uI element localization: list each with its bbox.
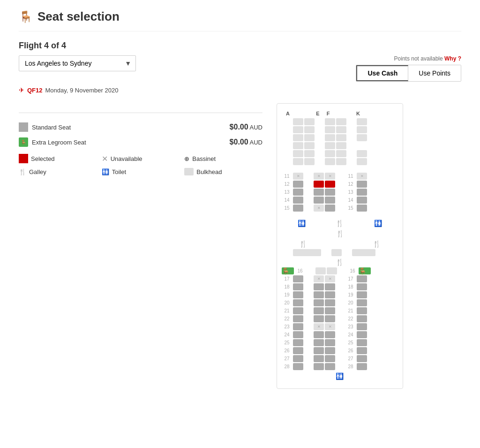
- seat-20e[interactable]: [314, 299, 324, 306]
- seat-b2f[interactable]: [336, 126, 346, 133]
- seat-b3f[interactable]: [336, 134, 346, 141]
- seat-13f[interactable]: [325, 189, 335, 196]
- seat-12a[interactable]: [293, 181, 303, 188]
- seat-b6k[interactable]: [357, 158, 367, 165]
- seat-24f[interactable]: [325, 331, 335, 338]
- seat-26k[interactable]: [357, 347, 367, 354]
- seat-25f[interactable]: [325, 339, 335, 346]
- seat-25a[interactable]: [293, 339, 303, 346]
- seat-27f[interactable]: [325, 355, 335, 362]
- seat-21e[interactable]: [314, 307, 324, 314]
- seat-b3a[interactable]: [293, 134, 303, 141]
- route-select[interactable]: Los Angeles to Sydney: [19, 55, 136, 71]
- seat-28a[interactable]: [293, 363, 303, 370]
- seat-b2a[interactable]: [293, 126, 303, 133]
- seat-21a[interactable]: [293, 307, 303, 314]
- seat-19k[interactable]: [357, 291, 367, 298]
- seat-13k[interactable]: [357, 189, 367, 196]
- seat-21f[interactable]: [325, 307, 335, 314]
- seat-14a[interactable]: [293, 197, 303, 204]
- seat-b5k[interactable]: [357, 150, 367, 157]
- seat-15a[interactable]: [293, 205, 303, 212]
- seat-b1b[interactable]: [304, 118, 315, 125]
- seat-23k[interactable]: [357, 323, 367, 330]
- seat-b6a[interactable]: [293, 158, 303, 165]
- seat-b5e[interactable]: [325, 150, 335, 157]
- seat-11a[interactable]: ✕: [293, 173, 303, 180]
- seat-23f[interactable]: ✕: [325, 323, 335, 330]
- seat-16f[interactable]: [327, 267, 337, 274]
- seat-14e[interactable]: [314, 197, 324, 204]
- seat-20k[interactable]: [357, 299, 367, 306]
- seat-26a[interactable]: [293, 347, 303, 354]
- seat-28k[interactable]: [357, 363, 367, 370]
- seat-11e[interactable]: ✕: [314, 173, 324, 180]
- seat-25e[interactable]: [314, 339, 324, 346]
- seat-b1k[interactable]: [357, 118, 367, 125]
- seat-15f[interactable]: [325, 205, 335, 212]
- seat-23a[interactable]: [293, 323, 303, 330]
- use-points-button[interactable]: Use Points: [408, 65, 461, 81]
- seat-17f[interactable]: ✕: [325, 275, 335, 282]
- seat-12k[interactable]: [357, 181, 367, 188]
- seat-22k[interactable]: [357, 315, 367, 322]
- seat-12f[interactable]: [325, 181, 335, 188]
- seat-16k-extra[interactable]: 🪑: [359, 267, 371, 274]
- seat-14k[interactable]: [357, 197, 367, 204]
- seat-23e[interactable]: ✕: [314, 323, 324, 330]
- seat-24e[interactable]: [314, 331, 324, 338]
- seat-14f[interactable]: [325, 197, 335, 204]
- seat-18e[interactable]: [314, 283, 324, 290]
- seat-28e[interactable]: [314, 363, 324, 370]
- seat-b6b[interactable]: [304, 158, 315, 165]
- seat-27k[interactable]: [357, 355, 367, 362]
- seat-24k[interactable]: [357, 331, 367, 338]
- seat-17e[interactable]: ✕: [314, 275, 324, 282]
- seat-17a[interactable]: [293, 275, 303, 282]
- seat-20a[interactable]: [293, 299, 303, 306]
- seat-22a[interactable]: [293, 315, 303, 322]
- seat-18a[interactable]: [293, 283, 303, 290]
- seat-13e[interactable]: [314, 189, 324, 196]
- seat-b2e[interactable]: [325, 126, 335, 133]
- seat-13a[interactable]: [293, 189, 303, 196]
- seat-b5a[interactable]: [293, 150, 303, 157]
- seat-b1a[interactable]: [293, 118, 303, 125]
- why-link[interactable]: Why ?: [444, 55, 461, 62]
- seat-15e[interactable]: ✕: [314, 205, 324, 212]
- seat-19a[interactable]: [293, 291, 303, 298]
- seat-28f[interactable]: [325, 363, 335, 370]
- seat-20f[interactable]: [325, 299, 335, 306]
- seat-11k[interactable]: ✕: [357, 173, 367, 180]
- seat-b5f[interactable]: [336, 150, 346, 157]
- seat-b6e[interactable]: [325, 158, 335, 165]
- seat-17k[interactable]: [357, 275, 367, 282]
- use-cash-button[interactable]: Use Cash: [356, 65, 408, 81]
- seat-b4f[interactable]: [336, 142, 346, 149]
- seat-21k[interactable]: [357, 307, 367, 314]
- seat-22f[interactable]: [325, 315, 335, 322]
- seat-b6f[interactable]: [336, 158, 346, 165]
- seat-19e[interactable]: [314, 291, 324, 298]
- seat-12e[interactable]: [314, 181, 324, 188]
- seat-18k[interactable]: [357, 283, 367, 290]
- seat-15k[interactable]: [357, 205, 367, 212]
- seat-16e[interactable]: [315, 267, 326, 274]
- seat-b3e[interactable]: [325, 134, 335, 141]
- seat-25k[interactable]: [357, 339, 367, 346]
- seat-11f[interactable]: ✕: [325, 173, 335, 180]
- seat-27e[interactable]: [314, 355, 324, 362]
- seat-b5b[interactable]: [304, 150, 315, 157]
- seat-26e[interactable]: [314, 347, 324, 354]
- seat-16a-extra[interactable]: 🪑: [282, 267, 294, 274]
- seat-b2k[interactable]: [357, 126, 367, 133]
- seat-18f[interactable]: [325, 283, 335, 290]
- seat-b3k[interactable]: [357, 134, 367, 141]
- seat-b3b[interactable]: [304, 134, 315, 141]
- seat-b1e[interactable]: [325, 118, 335, 125]
- seat-27a[interactable]: [293, 355, 303, 362]
- seat-22e[interactable]: [314, 315, 324, 322]
- seat-19f[interactable]: [325, 291, 335, 298]
- seat-24a[interactable]: [293, 331, 303, 338]
- seat-26f[interactable]: [325, 347, 335, 354]
